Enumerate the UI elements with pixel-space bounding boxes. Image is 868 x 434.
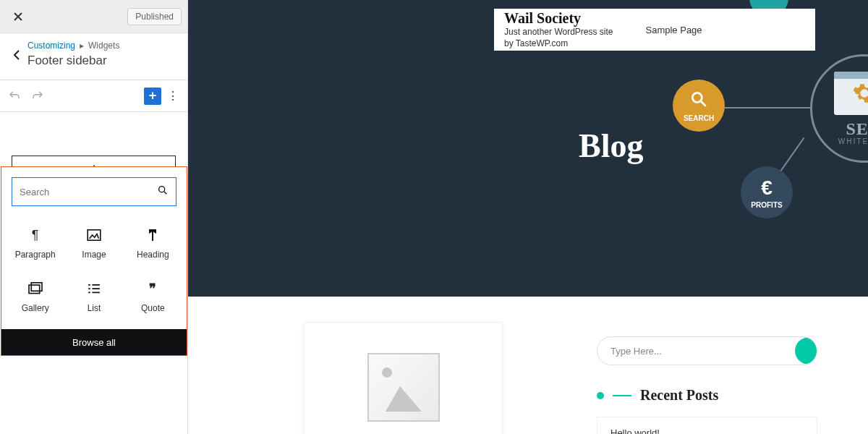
redo-button[interactable] <box>29 88 46 105</box>
block-image[interactable]: Image <box>64 218 123 268</box>
publish-button[interactable]: Published <box>127 8 182 25</box>
site-header: Wail Society Just another WordPress site… <box>494 9 815 51</box>
quote-icon: ❞ <box>144 280 161 297</box>
recent-posts-heading: Recent Posts <box>640 387 718 404</box>
nav-link-sample[interactable]: Sample Page <box>646 25 702 35</box>
add-block-button[interactable]: + <box>144 88 161 105</box>
hero-seo-node: SEO WHITE HAT <box>810 54 868 163</box>
svg-rect-4 <box>31 283 42 291</box>
search-placeholder: Type Here... <box>610 346 662 357</box>
block-label: List <box>88 303 101 313</box>
block-label: Heading <box>137 250 169 260</box>
breadcrumb-sep: ▸ <box>80 41 84 51</box>
hero-title: Blog <box>579 127 643 165</box>
section-title: Footer sidebar <box>27 54 119 68</box>
svg-rect-1 <box>88 230 101 240</box>
block-paragraph[interactable]: ¶ Paragraph <box>6 218 64 268</box>
site-tagline: Just another WordPress site by TasteWP.c… <box>504 27 613 49</box>
hero-node-search: SEARCH <box>673 80 725 132</box>
image-icon <box>85 226 103 244</box>
options-button[interactable]: ⋮ <box>164 88 182 105</box>
heading-icon <box>144 226 161 244</box>
block-inserter-popover: ¶ Paragraph Image Heading <box>1 166 187 356</box>
browse-all-button[interactable]: Browse all <box>1 329 187 355</box>
svg-rect-2 <box>152 231 153 241</box>
seo-subtitle: WHITE HAT <box>838 137 868 145</box>
undo-button[interactable] <box>6 88 23 105</box>
back-button[interactable] <box>7 45 27 65</box>
block-label: Quote <box>141 303 165 313</box>
svg-point-0 <box>159 187 165 192</box>
svg-point-5 <box>692 93 702 102</box>
breadcrumb-leaf: Widgets <box>88 41 119 51</box>
heading-line-icon <box>613 395 631 396</box>
block-label: Gallery <box>22 303 49 313</box>
hero-node-profits: € PROFITS <box>741 166 793 218</box>
block-label: Paragraph <box>15 250 56 260</box>
block-heading[interactable]: Heading <box>124 218 182 268</box>
seo-title: SEO <box>846 119 868 139</box>
preview-pane: SEO WHITE HAT SEARCH € PROFITS ANALYSIS <box>188 0 868 434</box>
block-list[interactable]: List <box>64 271 123 322</box>
heading-dot-icon <box>597 392 604 399</box>
block-search-input[interactable] <box>20 187 157 197</box>
search-icon <box>157 184 169 199</box>
image-placeholder-icon <box>367 353 440 422</box>
svg-rect-3 <box>29 285 40 293</box>
sidebar-search[interactable]: Type Here... <box>597 336 817 365</box>
gallery-icon <box>27 280 44 297</box>
paragraph-icon: ¶ <box>27 226 44 244</box>
close-button[interactable] <box>6 4 30 29</box>
list-icon <box>85 280 103 297</box>
recent-post-item[interactable]: Hello world! <box>597 417 817 434</box>
post-card[interactable] <box>304 322 503 434</box>
block-gallery[interactable]: Gallery <box>6 271 64 322</box>
breadcrumb: Customizing ▸ Widgets <box>27 41 119 51</box>
search-submit-button[interactable] <box>795 337 817 365</box>
block-label: Image <box>82 250 106 260</box>
site-title[interactable]: Wail Society <box>504 10 613 27</box>
block-quote[interactable]: ❞ Quote <box>124 271 182 322</box>
breadcrumb-root[interactable]: Customizing <box>27 41 75 51</box>
